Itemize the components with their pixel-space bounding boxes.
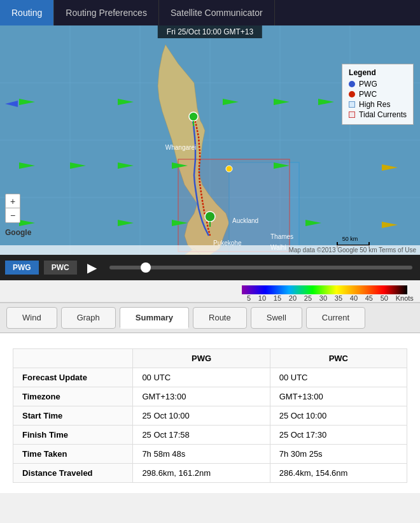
row-label-4: Time Taken xyxy=(13,445,133,464)
knots-label-5: 5 xyxy=(247,294,251,302)
nav-tab-routing[interactable]: Routing xyxy=(0,0,54,25)
pwg-dot-icon xyxy=(349,81,355,87)
table-row: Start Time 25 Oct 10:00 25 Oct 10:00 xyxy=(13,406,407,426)
google-watermark: Google xyxy=(5,228,31,237)
row-label-5: Distance Traveled xyxy=(13,464,133,483)
row-pwc-5: 286.4km, 154.6nm xyxy=(270,464,407,483)
row-pwc-3: 25 Oct 17:30 xyxy=(270,426,407,445)
row-pwg-3: 25 Oct 17:58 xyxy=(133,426,270,445)
tab-wind[interactable]: Wind xyxy=(6,307,57,329)
tab-swell[interactable]: Swell xyxy=(251,307,302,329)
timeline-thumb[interactable] xyxy=(141,262,151,273)
row-label-2: Start Time xyxy=(13,406,133,426)
zoom-in-button[interactable]: + xyxy=(6,194,20,208)
row-label-0: Forecast Update xyxy=(13,368,133,387)
player-bar: PWG PWC ▶ xyxy=(0,255,420,280)
table-row: Distance Traveled 298.6km, 161.2nm 286.4… xyxy=(13,464,407,483)
knots-label-10: 10 xyxy=(258,294,266,302)
highres-square-icon xyxy=(349,101,355,108)
row-pwg-2: 25 Oct 10:00 xyxy=(133,406,270,426)
svg-point-11 xyxy=(189,112,198,121)
table-row: Time Taken 7h 58m 48s 7h 30m 25s xyxy=(13,445,407,464)
map-container: Whangarei Auckland Thames Pukekohe Waihi… xyxy=(0,25,420,255)
legend-item-pwg: PWG xyxy=(349,80,407,89)
tab-route[interactable]: Route xyxy=(193,307,247,329)
tab-summary[interactable]: Summary xyxy=(120,307,189,329)
knots-unit: Knots xyxy=(396,294,414,302)
svg-text:Whangarei: Whangarei xyxy=(165,144,196,151)
row-pwg-5: 298.6km, 161.2nm xyxy=(133,464,270,483)
tab-row: Wind Graph Summary Route Swell Current xyxy=(0,302,420,333)
nav-tab-routing-preferences[interactable]: Routing Preferences xyxy=(54,0,159,25)
svg-text:50 km: 50 km xyxy=(342,236,358,242)
pwc-dot-icon xyxy=(349,91,355,97)
col-header-empty xyxy=(13,349,133,368)
legend-box: Legend PWG PWC High Res Tidal Currents xyxy=(342,64,414,125)
row-pwg-1: GMT+13:00 xyxy=(133,387,270,406)
pwc-button[interactable]: PWC xyxy=(44,261,77,275)
row-pwg-4: 7h 58m 48s xyxy=(133,445,270,464)
row-pwg-0: 00 UTC xyxy=(133,368,270,387)
zoom-controls: + − xyxy=(5,194,20,223)
legend-title: Legend xyxy=(349,68,407,77)
map-date-bar: Fri 25/Oct 10:00 GMT+13 xyxy=(158,25,262,38)
summary-section: PWG PWC Forecast Update 00 UTC 00 UTC Ti… xyxy=(0,333,420,493)
table-row: Forecast Update 00 UTC 00 UTC xyxy=(13,368,407,387)
nav-tab-satellite-communicator[interactable]: Satellite Communicator xyxy=(159,0,275,25)
svg-text:Auckland: Auckland xyxy=(232,217,258,224)
nav-bar: Routing Routing Preferences Satellite Co… xyxy=(0,0,420,25)
knots-label-30: 30 xyxy=(319,294,327,302)
knots-label-25: 25 xyxy=(304,294,312,302)
map-attribution: Map data ©2013 Google 50 km Terms of Use xyxy=(0,245,420,255)
row-pwc-0: 00 UTC xyxy=(270,368,407,387)
knots-label-15: 15 xyxy=(274,294,281,302)
legend-highres-label: High Res xyxy=(359,100,390,109)
knots-label-20: 20 xyxy=(289,294,297,302)
knots-label-50: 50 xyxy=(381,294,388,302)
zoom-out-button[interactable]: − xyxy=(6,208,20,222)
svg-point-15 xyxy=(226,166,232,172)
col-header-pwc: PWC xyxy=(270,349,407,368)
legend-item-pwc: PWC xyxy=(349,90,407,99)
svg-text:Thames: Thames xyxy=(270,233,293,240)
legend-pwc-label: PWC xyxy=(359,90,377,99)
knots-gradient xyxy=(242,285,407,294)
summary-table: PWG PWC Forecast Update 00 UTC 00 UTC Ti… xyxy=(13,348,407,483)
row-pwc-4: 7h 30m 25s xyxy=(270,445,407,464)
knots-scale-container: 5 10 15 20 25 30 35 40 45 50 Knots xyxy=(0,280,420,302)
knots-label-45: 45 xyxy=(365,294,373,302)
row-label-3: Finish Time xyxy=(13,426,133,445)
tab-graph[interactable]: Graph xyxy=(61,307,116,329)
timeline-slider[interactable] xyxy=(109,266,412,269)
legend-tidal-label: Tidal Currents xyxy=(359,110,407,119)
table-row: Finish Time 25 Oct 17:58 25 Oct 17:30 xyxy=(13,426,407,445)
table-row: Timezone GMT+13:00 GMT+13:00 xyxy=(13,387,407,406)
col-header-pwg: PWG xyxy=(133,349,270,368)
knots-labels: 5 10 15 20 25 30 35 40 45 50 Knots xyxy=(229,294,414,302)
tab-current[interactable]: Current xyxy=(306,307,365,329)
knots-label-40: 40 xyxy=(350,294,358,302)
row-pwc-2: 25 Oct 10:00 xyxy=(270,406,407,426)
knots-label-35: 35 xyxy=(335,294,342,302)
svg-point-13 xyxy=(205,211,215,222)
pwg-button[interactable]: PWG xyxy=(5,261,39,275)
tidal-square-icon xyxy=(349,111,355,118)
row-pwc-1: GMT+13:00 xyxy=(270,387,407,406)
legend-item-highres: High Res xyxy=(349,100,407,109)
play-button[interactable]: ▶ xyxy=(82,260,102,275)
legend-item-tidal: Tidal Currents xyxy=(349,110,407,119)
row-label-1: Timezone xyxy=(13,387,133,406)
legend-pwg-label: PWG xyxy=(359,80,377,89)
